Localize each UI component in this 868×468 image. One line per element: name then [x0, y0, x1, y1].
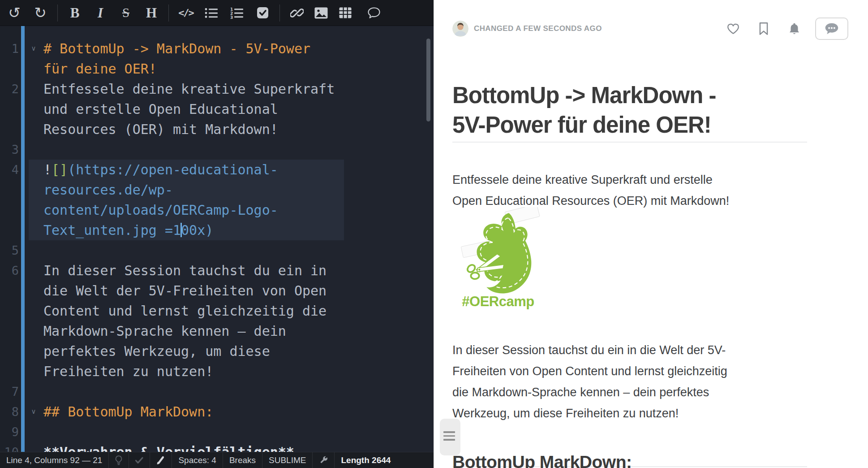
line-number	[0, 321, 20, 341]
italic-icon[interactable]: I	[90, 3, 110, 23]
editor-row[interactable]: 7	[0, 381, 434, 402]
fold-gutter	[27, 381, 40, 402]
heading-icon[interactable]: H	[142, 3, 161, 23]
fold-gutter	[27, 79, 40, 99]
preview-subheading: BottomUp MarkDown:	[452, 452, 632, 468]
comments-button[interactable]	[815, 17, 848, 40]
check-list-icon[interactable]	[253, 3, 272, 23]
code-text: ![](https://open-educational-	[40, 160, 344, 180]
undo-icon[interactable]: ↺	[4, 3, 24, 23]
fold-gutter	[27, 361, 40, 381]
line-number	[0, 59, 20, 79]
editor-lines: 1∨# BottomUp -> MarkDown - 5V-Powerfür d…	[0, 39, 434, 452]
editor-row[interactable]: 10**Verwahren & Vervielfältigen**	[0, 442, 434, 452]
editor-row[interactable]: 2Entfessele deine kreative Superkraft	[0, 79, 434, 99]
editor-row[interactable]: und erstelle Open Educational	[0, 99, 434, 119]
fold-gutter	[27, 119, 40, 139]
fold-gutter	[27, 321, 40, 341]
fold-chevron-icon[interactable]: ∨	[27, 39, 40, 59]
redo-icon[interactable]: ↻	[30, 3, 50, 23]
editor-row[interactable]: die Welt der 5V-Freiheiten von Open	[0, 281, 434, 301]
heart-icon[interactable]	[726, 21, 741, 36]
bell-icon[interactable]	[786, 21, 802, 36]
code-text: **Verwahren & Vervielfältigen**	[40, 442, 344, 452]
spaces-setting[interactable]: Spaces: 4	[172, 452, 223, 468]
preview-pane: CHANGED A FEW SECONDS AGO BottomUp -> Ma…	[434, 0, 868, 468]
oercamp-logo-caption: #OERcamp	[453, 294, 543, 310]
editor-row[interactable]: 4![](https://open-educational-	[0, 160, 434, 180]
comment-icon[interactable]	[364, 3, 384, 23]
unordered-list-icon[interactable]	[202, 3, 221, 23]
code-text: für deine OER!	[40, 59, 344, 79]
line-number	[0, 281, 20, 301]
wrench-icon[interactable]	[313, 452, 335, 468]
line-number: 6	[0, 260, 20, 281]
editor-row[interactable]: 8∨## BottomUp MarkDown:	[0, 402, 434, 422]
line-number	[0, 200, 20, 220]
code-text	[40, 381, 344, 402]
code-text: ## BottomUp MarkDown:	[40, 402, 344, 422]
editor-row[interactable]: 9	[0, 422, 434, 442]
line-number: 10	[0, 442, 20, 452]
editor-row[interactable]: resources.de/wp-	[0, 180, 434, 200]
line-number: 8	[0, 402, 20, 422]
editor-row[interactable]: 5	[0, 240, 434, 260]
editor-row[interactable]: Content und lernst gleichzeitig die	[0, 301, 434, 321]
code-text: Content und lernst gleichzeitig die	[40, 301, 344, 321]
editor-code-area[interactable]: 1∨# BottomUp -> MarkDown - 5V-Powerfür d…	[0, 26, 434, 452]
toolbar-separator	[57, 4, 58, 22]
editor-statusbar: Line 4, Columns 92 — 21 Spaces: 4 Breaks…	[0, 452, 434, 468]
editor-scrollbar[interactable]	[426, 39, 430, 121]
editor-row[interactable]: perfektes Werkzeug, um diese	[0, 341, 434, 361]
keymap-setting[interactable]: SUBLIME	[262, 452, 313, 468]
toolbar-separator	[168, 4, 169, 22]
code-text: content/uploads/OERCamp-Logo-	[40, 200, 344, 220]
document-length: Length 2644	[335, 452, 397, 468]
ordered-list-icon[interactable]: 123	[227, 3, 247, 23]
fold-gutter	[27, 220, 40, 240]
fold-gutter	[27, 422, 40, 442]
bookmark-icon[interactable]	[756, 21, 771, 36]
line-number	[0, 301, 20, 321]
fold-gutter	[27, 260, 40, 281]
image-icon[interactable]	[311, 3, 331, 23]
toc-toggle-handle[interactable]	[440, 419, 460, 455]
editor-row[interactable]: content/uploads/OERCamp-Logo-	[0, 200, 434, 220]
fold-gutter	[27, 301, 40, 321]
code-text: resources.de/wp-	[40, 180, 344, 200]
editor-pane: ↺ ↻ B I S H </> 123 1∨# Botto	[0, 0, 434, 468]
breaks-setting[interactable]: Breaks	[223, 452, 262, 468]
editor-row[interactable]: Freiheiten zu nutzen!	[0, 361, 434, 381]
fold-gutter	[27, 442, 40, 452]
line-number: 9	[0, 422, 20, 442]
paintbrush-icon[interactable]	[150, 452, 172, 468]
spellcheck-icon[interactable]	[129, 452, 150, 468]
lightbulb-icon[interactable]	[109, 452, 129, 468]
editor-row[interactable]: Markdown-Sprache kennen – dein	[0, 321, 434, 341]
link-icon[interactable]	[287, 3, 307, 23]
preview-actions	[710, 17, 848, 40]
code-text: # BottomUp -> MarkDown - 5V-Power	[40, 39, 344, 59]
hamburger-icon	[443, 431, 455, 443]
editor-row[interactable]: Text_unten.jpg =100x)	[0, 220, 434, 240]
editor-row[interactable]: 6In dieser Session tauchst du ein in	[0, 260, 434, 281]
editor-row[interactable]: für deine OER!	[0, 59, 434, 79]
line-number	[0, 220, 20, 240]
fold-gutter	[27, 240, 40, 260]
cursor-position: Line 4, Columns 92 — 21	[0, 452, 109, 468]
line-number	[0, 119, 20, 139]
gutter-selection-bar	[21, 26, 25, 452]
line-number	[0, 341, 20, 361]
fold-chevron-icon[interactable]: ∨	[27, 402, 40, 422]
table-icon[interactable]	[335, 3, 355, 23]
code-block-icon[interactable]: </>	[176, 3, 196, 23]
code-text: Freiheiten zu nutzen!	[40, 361, 344, 381]
editor-row[interactable]: Resources (OER) mit Markdown!	[0, 119, 434, 139]
code-text: die Welt der 5V-Freiheiten von Open	[40, 281, 344, 301]
fold-gutter	[27, 180, 40, 200]
bold-icon[interactable]: B	[65, 3, 85, 23]
editor-row[interactable]: 1∨# BottomUp -> MarkDown - 5V-Power	[0, 39, 434, 59]
strikethrough-icon[interactable]: S	[116, 3, 136, 23]
avatar[interactable]	[452, 21, 468, 37]
editor-row[interactable]: 3	[0, 139, 434, 160]
